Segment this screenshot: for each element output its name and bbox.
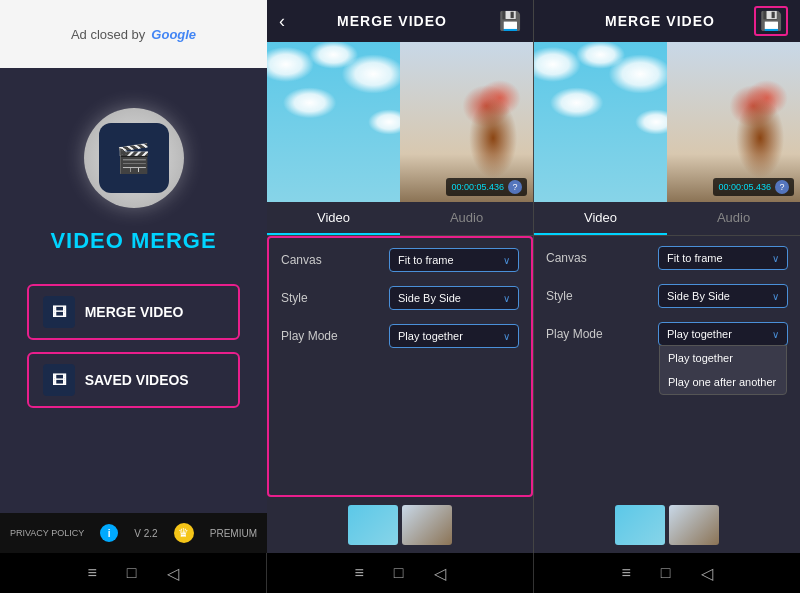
menu-buttons: 🎞 MERGE VIDEO 🎞 SAVED VIDEOS [27,284,241,408]
nav-section-2: ≡ □ ◁ [267,553,534,593]
panel1-thumbnails [267,497,533,553]
playmode-value-2: Play together [667,328,732,340]
back-button-1[interactable]: ‹ [279,11,285,32]
square-icon-3[interactable]: □ [661,564,671,582]
hamburger-icon-2[interactable]: ≡ [354,564,363,582]
playmode-arrow-2: ∨ [772,329,779,340]
square-icon-2[interactable]: □ [394,564,404,582]
canvas-row-1: Canvas Fit to frame ∨ [281,248,519,272]
merge-icon: 🎞 [43,296,75,328]
style-dropdown-2[interactable]: Side By Side ∨ [658,284,788,308]
help-icon-2[interactable]: ? [775,180,789,194]
editor-panel-1: ‹ MERGE VIDEO 💾 00:00:05.436 ? Video Aud… [267,0,534,553]
timestamp-value-2: 00:00:05.436 [718,182,771,192]
tab-panel1-video[interactable]: Video [267,202,400,235]
panel1-title: MERGE VIDEO [337,13,447,29]
ad-banner: Ad closed by Google [0,0,267,68]
style-label-2: Style [546,289,611,303]
playmode-option-sequential[interactable]: Play one after another [660,370,786,394]
playmode-option-together[interactable]: Play together [660,346,786,370]
cloud-scene-2 [534,42,667,202]
merge-video-button[interactable]: 🎞 MERGE VIDEO [27,284,241,340]
panel1-video-preview: 00:00:05.436 ? [267,42,533,202]
nav-section-3: ≡ □ ◁ [534,553,800,593]
playmode-label-1: Play Mode [281,329,346,343]
playmode-dropdown-2[interactable]: Play together ∨ Play together Play one a… [658,322,788,346]
panel2-thumbnails [534,497,800,553]
timestamp-badge-2: 00:00:05.436 ? [713,178,794,196]
square-icon-1[interactable]: □ [127,564,137,582]
panel1-header: ‹ MERGE VIDEO 💾 [267,0,533,42]
canvas-label-1: Canvas [281,253,346,267]
playmode-dropdown-1[interactable]: Play together ∨ [389,324,519,348]
style-arrow-2: ∨ [772,291,779,302]
app-title: VIDEO MERGE [50,228,216,254]
playmode-value-1: Play together [398,330,463,342]
tab-panel2-video[interactable]: Video [534,202,667,235]
editor-panel-2: MERGE VIDEO 💾 00:00:05.436 ? Video Audio [534,0,800,553]
playmode-label-2: Play Mode [546,327,611,341]
premium-label: PREMIUM [210,528,257,539]
panel2-tabs: Video Audio [534,202,800,236]
nav-section-1: ≡ □ ◁ [0,553,267,593]
canvas-label-2: Canvas [546,251,611,265]
style-value-1: Side By Side [398,292,461,304]
info-icon: i [108,528,111,539]
tab-panel1-audio[interactable]: Audio [400,202,533,235]
save-button-1[interactable]: 💾 [499,10,521,32]
panel2-header: MERGE VIDEO 💾 [534,0,800,42]
canvas-dropdown-1[interactable]: Fit to frame ∨ [389,248,519,272]
playmode-arrow-1: ∨ [503,331,510,342]
info-badge[interactable]: i [100,524,118,542]
canvas-arrow-2: ∨ [772,253,779,264]
ad-closed-text: Ad closed by [71,27,145,42]
editor-panels: ‹ MERGE VIDEO 💾 00:00:05.436 ? Video Aud… [267,0,800,553]
canvas-row-2: Canvas Fit to frame ∨ [546,246,788,270]
back-icon-1[interactable]: ◁ [167,564,179,583]
back-icon-2[interactable]: ◁ [434,564,446,583]
cloud-scene-1 [267,42,400,202]
playmode-row-2: Play Mode Play together ∨ Play together … [546,322,788,346]
style-row-1: Style Side By Side ∨ [281,286,519,310]
privacy-policy-link[interactable]: PRIVACY POLICY [10,528,84,538]
merge-video-label: MERGE VIDEO [85,304,184,320]
ad-text: Ad closed by Google [71,27,196,42]
panel1-tabs: Video Audio [267,202,533,236]
canvas-dropdown-2[interactable]: Fit to frame ∨ [658,246,788,270]
panel2-video-preview: 00:00:05.436 ? [534,42,800,202]
thumbnail-1a[interactable] [348,505,398,545]
film-icon: 🎬 [116,142,151,175]
save-button-2[interactable]: 💾 [754,6,788,36]
version-text: V 2.2 [134,528,157,539]
video-clip-2a [534,42,667,202]
tab-panel2-audio[interactable]: Audio [667,202,800,235]
style-value-2: Side By Side [667,290,730,302]
saved-videos-label: SAVED VIDEOS [85,372,189,388]
style-arrow-1: ∨ [503,293,510,304]
panel2-settings: Canvas Fit to frame ∨ Style Side By Side… [534,236,800,497]
thumbnail-1b[interactable] [402,505,452,545]
thumbnail-2a[interactable] [615,505,665,545]
back-icon-3[interactable]: ◁ [701,564,713,583]
hamburger-icon-3[interactable]: ≡ [621,564,630,582]
playmode-menu-2: Play together Play one after another [659,345,787,395]
app-icon-inner: 🎬 [99,123,169,193]
playmode-row-1: Play Mode Play together ∨ [281,324,519,348]
hamburger-icon-1[interactable]: ≡ [87,564,96,582]
style-label-1: Style [281,291,346,305]
canvas-value-2: Fit to frame [667,252,723,264]
style-dropdown-1[interactable]: Side By Side ∨ [389,286,519,310]
canvas-arrow-1: ∨ [503,255,510,266]
panel2-title: MERGE VIDEO [605,13,715,29]
app-icon: 🎬 [84,108,184,208]
timestamp-value-1: 00:00:05.436 [451,182,504,192]
help-icon-1[interactable]: ? [508,180,522,194]
thumbnail-2b[interactable] [669,505,719,545]
saved-videos-button[interactable]: 🎞 SAVED VIDEOS [27,352,241,408]
timestamp-badge-1: 00:00:05.436 ? [446,178,527,196]
google-logo: Google [151,27,196,42]
nav-bar: ≡ □ ◁ ≡ □ ◁ ≡ □ ◁ [0,553,800,593]
bottom-bar: PRIVACY POLICY i V 2.2 ♛ PREMIUM [0,513,267,553]
saved-icon: 🎞 [43,364,75,396]
app-home-panel: Ad closed by Google 🎬 VIDEO MERGE 🎞 MERG… [0,0,267,553]
